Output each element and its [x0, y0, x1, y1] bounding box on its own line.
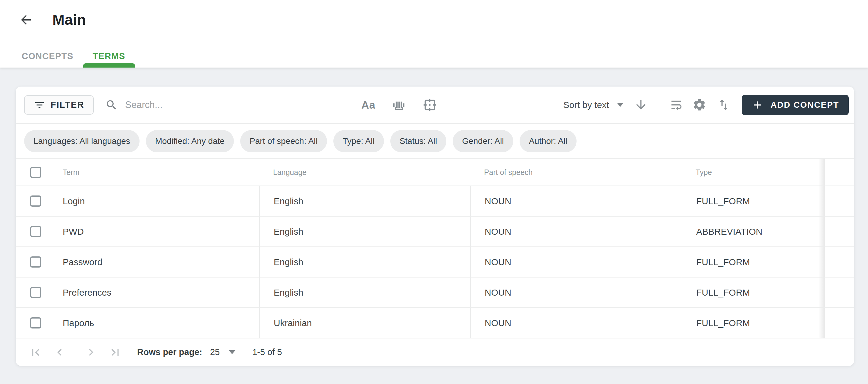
pinned-column-header [825, 159, 854, 185]
tab-label: CONCEPTS [22, 51, 73, 61]
type-cell: FULL_FORM [682, 247, 825, 277]
filter-button[interactable]: FILTER [24, 95, 94, 115]
part-of-speech-cell: NOUN [470, 277, 682, 307]
column-header-term: Term [61, 159, 259, 185]
page-title: Main [53, 11, 86, 28]
title-row: Main [0, 0, 868, 28]
type-cell: FULL_FORM [682, 277, 825, 307]
rows-per-page-caret-icon[interactable] [229, 350, 236, 354]
pinned-cell [825, 308, 854, 338]
pinned-cell [825, 186, 854, 216]
filter-chips-row: Languages: All languagesModified: Any da… [16, 124, 854, 159]
row-checkbox[interactable] [30, 257, 41, 268]
import-export-icon [717, 98, 731, 112]
first-page-button[interactable] [29, 345, 42, 359]
column-header-language: Language [259, 159, 470, 185]
settings-button[interactable] [692, 98, 707, 112]
tab-terms[interactable]: TERMS [83, 45, 135, 67]
filter-chip[interactable]: Gender: All [453, 130, 513, 152]
arrow-down-icon [634, 98, 648, 112]
sort-dropdown[interactable]: Sort by text [563, 100, 624, 110]
wrap-text-button[interactable] [669, 98, 683, 112]
add-concept-label: ADD CONCEPT [771, 100, 839, 110]
table-row[interactable]: Пароль Ukrainian NOUN FULL_FORM [16, 308, 854, 338]
language-cell: English [259, 277, 470, 307]
search-box [105, 99, 360, 111]
term-cell: PWD [61, 216, 259, 246]
toolbar-right: Sort by text [563, 95, 849, 115]
filter-chip[interactable]: Part of speech: All [240, 130, 327, 152]
last-page-icon [108, 345, 122, 359]
filter-icon [34, 99, 45, 111]
next-page-button[interactable] [84, 345, 98, 359]
last-page-button[interactable] [108, 345, 122, 359]
row-checkbox[interactable] [30, 226, 41, 237]
previous-page-button[interactable] [53, 345, 67, 359]
top-bar: Main CONCEPTS TERMS [0, 0, 868, 67]
filter-button-label: FILTER [51, 100, 84, 110]
barcode-icon[interactable] [391, 97, 407, 113]
table-row[interactable]: Login English NOUN FULL_FORM [16, 186, 854, 216]
type-cell: FULL_FORM [682, 186, 825, 216]
sort-direction-button[interactable] [634, 98, 648, 112]
row-checkbox[interactable] [30, 196, 41, 207]
search-icon [105, 99, 118, 111]
row-checkbox[interactable] [30, 287, 41, 298]
sort-label: Sort by text [563, 100, 609, 110]
language-cell: English [259, 216, 470, 246]
chevron-left-icon [53, 345, 67, 359]
search-input[interactable] [124, 99, 337, 111]
terms-table: Term Language Part of speech Type Login … [16, 159, 854, 338]
pagination-bar: Rows per page: 25 1-5 of 5 [16, 338, 854, 366]
plus-icon [751, 99, 764, 111]
pagination-range: 1-5 of 5 [252, 347, 282, 357]
filter-chip[interactable]: Status: All [390, 130, 447, 152]
row-checkbox[interactable] [30, 317, 41, 328]
part-of-speech-cell: NOUN [470, 186, 682, 216]
term-cell: Preferences [61, 277, 259, 307]
toolbar: FILTER Aa [16, 87, 854, 124]
filter-chip[interactable]: Modified: Any date [146, 130, 234, 152]
column-header-part-of-speech: Part of speech [470, 159, 682, 185]
focus-frame-icon[interactable] [422, 97, 438, 113]
tab-concepts[interactable]: CONCEPTS [12, 45, 83, 67]
table-header-row: Term Language Part of speech Type [16, 159, 854, 186]
table-row[interactable]: PWD English NOUN ABBREVIATION [16, 216, 854, 247]
back-button[interactable] [19, 13, 33, 27]
search-options: Aa [360, 97, 438, 113]
term-cell: Пароль [61, 308, 259, 338]
active-tab-indicator [83, 63, 135, 67]
import-export-button[interactable] [717, 98, 731, 112]
chevron-right-icon [84, 345, 98, 359]
type-cell: FULL_FORM [682, 308, 825, 338]
tab-label: TERMS [93, 51, 125, 61]
select-all-checkbox[interactable] [30, 167, 41, 178]
rows-per-page-label: Rows per page: [137, 347, 202, 357]
part-of-speech-cell: NOUN [470, 216, 682, 246]
first-page-icon [29, 345, 42, 359]
table-body: Login English NOUN FULL_FORM PWD English… [16, 186, 854, 338]
add-concept-button[interactable]: ADD CONCEPT [742, 95, 849, 115]
filter-chip[interactable]: Type: All [333, 130, 384, 152]
gear-icon [692, 98, 707, 112]
language-cell: English [259, 247, 470, 277]
term-cell: Password [61, 247, 259, 277]
tabs: CONCEPTS TERMS [12, 45, 135, 67]
wrap-text-icon [669, 98, 683, 112]
terms-page: Main CONCEPTS TERMS FILTER [0, 0, 868, 384]
pinned-cell [825, 277, 854, 307]
column-header-type: Type [682, 159, 825, 185]
language-cell: English [259, 186, 470, 216]
table-row[interactable]: Password English NOUN FULL_FORM [16, 247, 854, 277]
table-row[interactable]: Preferences English NOUN FULL_FORM [16, 277, 854, 308]
pinned-cell [825, 216, 854, 246]
part-of-speech-cell: NOUN [470, 308, 682, 338]
filter-chip[interactable]: Author: All [520, 130, 577, 152]
terms-card: FILTER Aa [16, 87, 854, 366]
back-arrow-icon [19, 13, 33, 27]
match-case-icon[interactable]: Aa [360, 99, 376, 111]
type-cell: ABBREVIATION [682, 216, 825, 246]
filter-chip[interactable]: Languages: All languages [24, 130, 140, 152]
language-cell: Ukrainian [259, 308, 470, 338]
rows-per-page-value[interactable]: 25 [210, 347, 220, 357]
